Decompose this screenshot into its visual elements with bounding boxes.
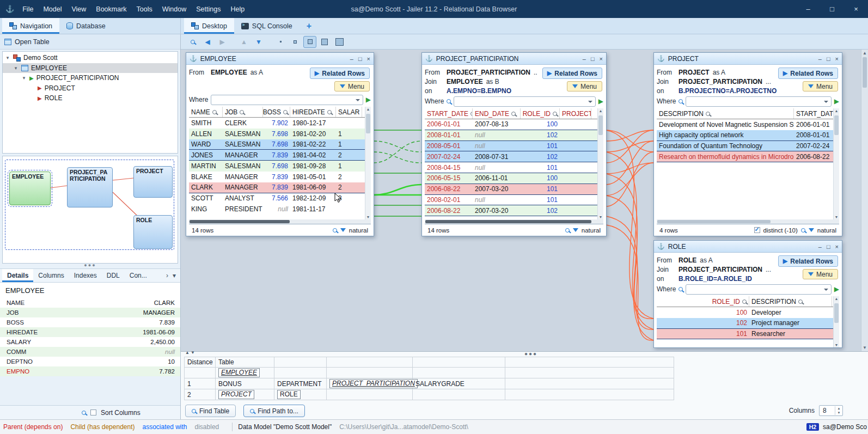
zoom-button[interactable]	[186, 36, 199, 48]
diagram-node-role[interactable]: ROLE	[133, 215, 173, 249]
columns-spinner[interactable]: 8 ▲▼	[819, 405, 843, 416]
closure-table-project-participation[interactable]: PROJECT_PARTICIPATION	[329, 379, 418, 388]
search-icon[interactable]	[801, 228, 805, 233]
table-vertical-scrollbar[interactable]: ▲▼	[833, 296, 839, 347]
menu-button[interactable]: Menu	[803, 81, 838, 91]
minimize-button[interactable]: –	[818, 243, 822, 250]
column-header-salar[interactable]: SALAR	[336, 107, 362, 117]
tree-item-role[interactable]: ROLE	[3, 93, 178, 103]
scroll-up-icon[interactable]: ▲	[185, 350, 190, 355]
tree-item-demo-scott[interactable]: ▾Demo Scott	[3, 53, 178, 63]
tree-item-project[interactable]: PROJECT	[3, 83, 178, 94]
table-row[interactable]: SMITHCLERK7.9021980-12-17	[189, 118, 371, 129]
table-row[interactable]: 2008-05-01null101	[425, 141, 603, 152]
table-row[interactable]: 2008-02-01null101	[425, 195, 603, 206]
tab-overflow-more-icon[interactable]: ▾	[173, 272, 176, 279]
run-icon[interactable]: ▶	[834, 285, 839, 293]
where-condition-combo[interactable]	[686, 96, 831, 107]
up-button[interactable]: ▲	[237, 36, 250, 48]
table-row[interactable]: SCOTTANALYST7.5661982-12-093	[189, 193, 371, 204]
expander-icon[interactable]: ▾	[13, 65, 19, 71]
table-row[interactable]: 2006-08-222007-03-20101	[425, 184, 603, 195]
menu-settings[interactable]: Settings	[191, 5, 225, 13]
minimize-button[interactable]: –	[350, 56, 353, 62]
detail-tab-ddl[interactable]: DDL	[102, 269, 125, 282]
window-titlebar[interactable]: PROJECT–□×	[654, 53, 842, 65]
window-titlebar[interactable]: EMPLOYEE–□×	[186, 53, 374, 65]
table-row[interactable]: CLARKMANAGER7.8391981-06-092	[189, 182, 371, 193]
column-header-description[interactable]: DESCRIPTION	[749, 296, 832, 307]
table-row[interactable]: 101Researcher	[657, 329, 839, 340]
run-icon[interactable]: ▶	[598, 97, 603, 105]
menu-button[interactable]: Menu	[334, 81, 370, 91]
where-condition-combo[interactable]	[686, 284, 831, 295]
column-header-role-id[interactable]: ROLE_ID	[521, 108, 560, 119]
find-path-button[interactable]: Find Path to...	[243, 405, 305, 417]
expander-icon[interactable]: ▾	[5, 55, 10, 60]
maximize-button[interactable]: □	[358, 56, 362, 62]
table-row[interactable]: 102Project manager	[657, 318, 839, 329]
closure-table-department[interactable]: DEPARTMENT	[277, 380, 322, 388]
tab-overflow-next-icon[interactable]: ›	[166, 272, 168, 279]
table-row[interactable]: KINGPRESIDENTnull1981-11-17	[189, 204, 371, 215]
window-titlebar[interactable]: PROJECT_PARTICIPATION–□×	[422, 53, 606, 65]
open-table-button[interactable]: Open Table	[4, 38, 50, 46]
maximize-button[interactable]: □	[820, 0, 844, 18]
tab-sql-console[interactable]: SQL Console	[234, 18, 299, 34]
menu-bookmark[interactable]: Bookmark	[91, 5, 131, 13]
column-header-end-date[interactable]: END_DATE	[473, 108, 521, 119]
detail-tab-columns[interactable]: Columns	[33, 269, 69, 282]
menu-button[interactable]: Menu	[567, 81, 602, 91]
maximize-button[interactable]: □	[591, 56, 595, 62]
run-icon[interactable]: ▶	[366, 96, 371, 103]
menu-help[interactable]: Help	[225, 5, 249, 13]
where-condition-combo[interactable]	[454, 96, 595, 107]
menu-button[interactable]: Menu	[803, 269, 838, 279]
table-horizontal-scrollbar[interactable]	[425, 219, 603, 224]
diagram-node-project-participation[interactable]: PROJECT_PARTICIPATION	[67, 167, 113, 207]
table-row[interactable]: 2006-08-222007-03-20102	[425, 205, 603, 216]
detail-tab-con[interactable]: Con...	[125, 269, 152, 282]
table-vertical-scrollbar[interactable]: ▲▼	[365, 107, 371, 219]
table-row[interactable]: BLAKEMANAGER7.8391981-05-012	[189, 172, 371, 182]
table-row[interactable]: Development of Novel Magnetic Suspension…	[657, 119, 839, 130]
desktop-vertical-scrollbar[interactable]: ▲ ▼	[861, 50, 868, 351]
table-horizontal-scrollbar[interactable]	[189, 219, 371, 224]
scroll-down-icon[interactable]: ▼	[191, 350, 195, 355]
column-header-start-date[interactable]: START_DATE	[425, 108, 473, 119]
splitter-handle[interactable]: ●●●	[0, 264, 180, 268]
minimize-button[interactable]: –	[796, 0, 820, 18]
table-vertical-scrollbar[interactable]: ▲▼	[597, 108, 603, 219]
search-icon[interactable]	[82, 411, 86, 415]
layout-level-1-button[interactable]	[274, 36, 287, 48]
table-row[interactable]: Foundation of Quantum Technology2007-02-…	[657, 141, 839, 152]
table-row[interactable]: Research on thermofluid dynamics in Micr…	[657, 151, 839, 162]
table-row[interactable]: WARDSALESMAN7.6981981-02-221	[189, 139, 371, 150]
closure-table-employee[interactable]: EMPLOYEE	[218, 368, 260, 377]
closure-table-role[interactable]: ROLE	[277, 390, 301, 399]
distinct-checkbox[interactable]	[754, 227, 760, 233]
column-header-job[interactable]: JOB	[223, 107, 263, 117]
splitter-handle[interactable]: ●●●	[524, 351, 537, 357]
related-rows-button[interactable]: ▶Related Rows	[310, 68, 370, 79]
column-header-hiredate[interactable]: HIREDATE	[290, 107, 336, 117]
diagram-node-project[interactable]: PROJECT	[133, 166, 173, 198]
tab-navigation[interactable]: Navigation	[2, 18, 59, 34]
menu-window[interactable]: Window	[157, 5, 191, 13]
detail-tab-details[interactable]: Details	[2, 269, 33, 282]
close-button[interactable]: ×	[600, 56, 603, 62]
filter-mode-label[interactable]: natural	[817, 227, 836, 234]
diagram-node-employee[interactable]: EMPLOYEE	[9, 172, 51, 205]
window-titlebar[interactable]: ROLE–□×	[654, 241, 842, 253]
tree-item-project-participation[interactable]: ▾PROJECT_PARTICIPATION	[3, 73, 178, 83]
tree-item-employee[interactable]: ▾EMPLOYEE	[3, 63, 178, 74]
layout-level-5-button[interactable]	[333, 36, 346, 48]
minimize-button[interactable]: –	[583, 56, 586, 62]
find-table-button[interactable]: Find Table	[185, 405, 236, 417]
column-header-projectn[interactable]: PROJECTN	[560, 108, 591, 119]
table-horizontal-scrollbar[interactable]	[657, 219, 839, 224]
table-row[interactable]: 2008-01-01null102	[425, 130, 603, 141]
filter-mode-label[interactable]: natural	[582, 227, 601, 234]
menu-tools[interactable]: Tools	[132, 5, 157, 13]
tab-desktop[interactable]: Desktop	[184, 18, 234, 34]
